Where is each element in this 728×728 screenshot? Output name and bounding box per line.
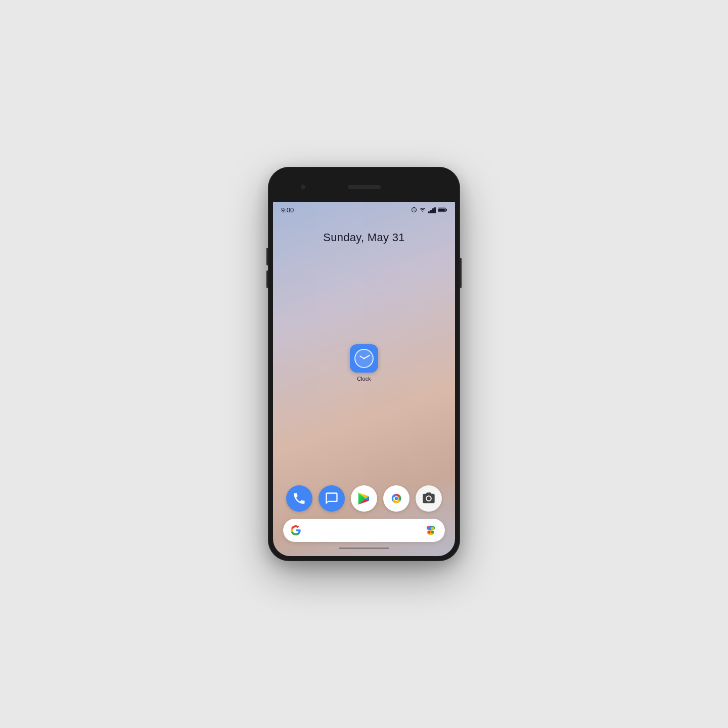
playstore-app-icon[interactable] (351, 485, 377, 512)
clock-center (363, 357, 365, 359)
google-search-bar[interactable] (283, 519, 445, 542)
phone-screen-container: 9:00 (273, 172, 455, 556)
front-camera (301, 185, 305, 190)
svg-point-13 (431, 527, 434, 530)
dock-area (273, 481, 455, 556)
clock-app-label: Clock (357, 376, 371, 382)
home-indicator (339, 548, 389, 549)
nav-indicator-area (278, 548, 450, 551)
home-screen: 9:00 (273, 202, 455, 556)
chrome-app-icon[interactable] (383, 485, 410, 512)
volume-up-button[interactable] (266, 248, 268, 265)
home-screen-content: Clock (273, 244, 455, 481)
messages-icon (325, 491, 339, 506)
wifi-icon (419, 207, 426, 214)
google-g-logo (290, 525, 301, 536)
battery-icon (438, 207, 447, 214)
playstore-icon (356, 491, 372, 506)
messages-app-icon[interactable] (318, 485, 345, 512)
svg-rect-1 (446, 209, 447, 211)
status-icons (411, 207, 447, 214)
google-assistant-icon (424, 523, 438, 537)
status-time: 9:00 (281, 206, 294, 214)
phone-app-icon[interactable] (286, 485, 312, 512)
phone-device: 9:00 (268, 167, 460, 561)
alarm-icon (411, 207, 417, 214)
date-text: Sunday, May 31 (323, 231, 405, 244)
signal-icon (428, 207, 436, 213)
camera-icon (422, 491, 436, 506)
dock-app-row (278, 481, 450, 517)
svg-rect-2 (438, 208, 445, 211)
svg-point-7 (395, 497, 398, 500)
earpiece (348, 185, 381, 189)
clock-icon-circle (350, 344, 378, 373)
phone-icon (292, 491, 306, 506)
svg-point-14 (428, 531, 431, 534)
status-bar: 9:00 (273, 202, 455, 216)
svg-point-15 (431, 531, 434, 534)
clock-app-icon[interactable]: Clock (350, 344, 378, 382)
clock-face (354, 349, 374, 368)
power-button[interactable] (460, 258, 462, 288)
volume-down-button[interactable] (266, 270, 268, 288)
svg-point-12 (428, 527, 431, 530)
camera-app-icon[interactable] (416, 485, 442, 512)
top-bar (273, 172, 455, 202)
date-display: Sunday, May 31 (273, 231, 455, 244)
chrome-icon (388, 490, 404, 507)
